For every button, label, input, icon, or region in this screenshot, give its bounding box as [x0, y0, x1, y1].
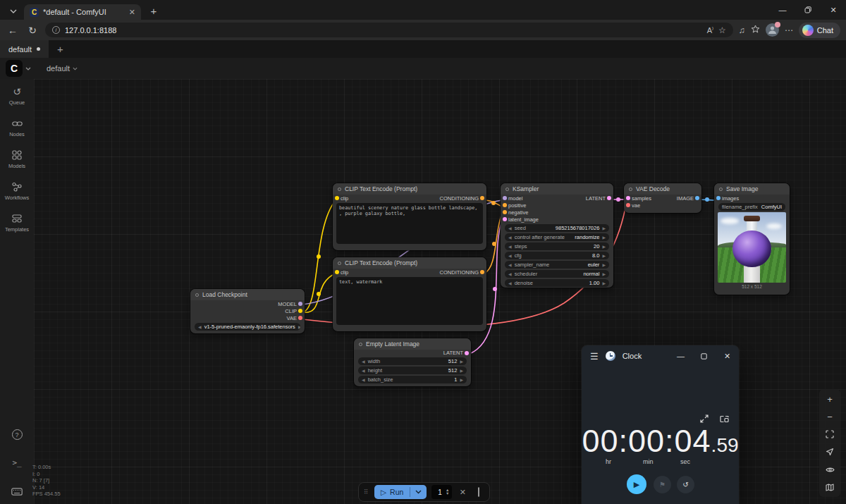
batch-count-input[interactable]: 1 ▲▼ [431, 485, 452, 499]
next-arrow-icon[interactable]: ▶ [602, 262, 606, 267]
stepper-arrows[interactable]: ▲▼ [446, 488, 449, 496]
tab-close-icon[interactable]: ✕ [129, 8, 135, 17]
slot-row-negative[interactable]: negative [501, 209, 613, 216]
read-aloud-icon[interactable]: A) [707, 26, 713, 35]
prev-arrow-icon[interactable]: ◀ [508, 244, 512, 249]
minimap-button[interactable] [826, 482, 834, 492]
collapse-dot[interactable] [195, 293, 199, 297]
address-bar[interactable]: i 127.0.0.1:8188 A) ☆ [45, 23, 733, 37]
stopwatch-start-button[interactable]: ▶ [627, 474, 646, 494]
sidebar-item-nodes[interactable]: Nodes [9, 118, 25, 137]
slot-row-latent-image[interactable]: latent_image [501, 216, 613, 223]
sidebar-item-templates[interactable]: Templates [5, 213, 29, 233]
workflow-tab-default[interactable]: default [0, 40, 49, 58]
sampler-name-widget[interactable]: ◀ sampler_name euler ▶ [505, 261, 609, 269]
slot-row[interactable]: clip CONDITIONING [333, 195, 486, 202]
denoise-widget[interactable]: ◀ denoise 1.00 ▶ [505, 279, 609, 287]
node-clip-text-encode-positive[interactable]: CLIP Text Encode (Prompt) clip CONDITION… [333, 183, 486, 250]
slot-row-samples[interactable]: samples IMAGE [624, 195, 701, 202]
clock-window[interactable]: ☰ Clock — ✕ 00:00:04.59 [582, 345, 739, 504]
back-button[interactable]: ← [6, 25, 20, 36]
zoom-in-button[interactable]: + [827, 394, 833, 404]
latent-output-dot[interactable] [465, 351, 469, 355]
next-arrow-icon[interactable]: ▶ [460, 377, 463, 382]
sidebar-item-models[interactable]: Models [8, 149, 25, 169]
sidebar-item-workflows[interactable]: Workflows [5, 181, 29, 201]
sidebar-item-queue[interactable]: ↺ Queue [9, 86, 25, 106]
browser-tab[interactable]: C *default - ComfyUI ✕ [24, 4, 141, 20]
collapse-dot[interactable] [359, 343, 362, 346]
negative-input-dot[interactable] [503, 210, 507, 214]
vae-output-dot[interactable] [298, 316, 302, 320]
node-save-image[interactable]: Save Image images filename_prefix ComfyU… [714, 183, 790, 295]
cfg-widget[interactable]: ◀ cfg 8.0 ▶ [505, 252, 609, 259]
workflow-name-dropdown[interactable]: default [38, 64, 78, 73]
next-arrow-icon[interactable]: ▶ [298, 324, 300, 329]
node-ksampler[interactable]: KSampler model LATENT positive negative … [501, 183, 613, 288]
media-hub-icon[interactable]: ♫ [739, 25, 745, 35]
vae-input-dot[interactable] [626, 203, 630, 207]
collapse-dot[interactable] [719, 188, 723, 191]
conditioning-output-dot[interactable] [480, 196, 484, 200]
prev-arrow-icon[interactable]: ◀ [362, 359, 365, 364]
generated-image-preview[interactable] [718, 212, 786, 283]
prev-arrow-icon[interactable]: ◀ [508, 262, 512, 267]
stopwatch-lap-flag-button[interactable]: ⚑ [654, 476, 671, 493]
image-output-dot[interactable] [695, 196, 699, 200]
images-input-dot[interactable] [716, 196, 721, 200]
prev-arrow-icon[interactable]: ◀ [508, 226, 512, 231]
next-arrow-icon[interactable]: ▶ [602, 281, 606, 285]
stop-button[interactable] [473, 488, 484, 496]
positive-input-dot[interactable] [503, 203, 507, 207]
prev-arrow-icon[interactable]: ◀ [508, 235, 512, 240]
latent-output-dot[interactable] [607, 196, 611, 200]
node-empty-latent-image[interactable]: Empty Latent Image LATENT ◀ width 512 ▶ … [354, 338, 471, 386]
slot-row-vae[interactable]: vae [624, 202, 701, 209]
prev-arrow-icon[interactable]: ◀ [508, 271, 512, 276]
site-info-icon[interactable]: i [52, 26, 60, 34]
output-slot-clip[interactable]: CLIP [190, 307, 305, 314]
help-button[interactable]: ? [12, 429, 23, 440]
prev-arrow-icon[interactable]: ◀ [362, 368, 365, 373]
shortcuts-keyboard-button[interactable] [11, 486, 23, 498]
clock-maximize-button[interactable] [692, 345, 716, 367]
terminal-button[interactable]: >_ [12, 458, 21, 467]
app-menu-button[interactable]: C [6, 60, 31, 77]
next-arrow-icon[interactable]: ▶ [602, 271, 606, 276]
refresh-button[interactable]: ↻ [25, 25, 39, 36]
collapse-dot[interactable] [629, 188, 632, 191]
samples-input-dot[interactable] [626, 196, 630, 200]
next-arrow-icon[interactable]: ▶ [602, 226, 606, 231]
collapse-dot[interactable] [338, 262, 341, 265]
prev-arrow-icon[interactable]: ◀ [508, 281, 512, 285]
slot-row-model[interactable]: model LATENT [501, 195, 613, 202]
collections-icon[interactable] [751, 24, 760, 37]
clock-minimize-button[interactable]: — [669, 345, 692, 367]
new-workflow-button[interactable]: + [57, 43, 63, 55]
latent-image-input-dot[interactable] [503, 217, 507, 221]
output-slot-latent[interactable]: LATENT [354, 350, 471, 356]
clip-output-dot[interactable] [298, 309, 302, 313]
batch-size-widget[interactable]: ◀ batch_size 1 ▶ [358, 376, 467, 383]
clock-close-button[interactable]: ✕ [716, 345, 739, 367]
scheduler-widget[interactable]: ◀ scheduler normal ▶ [505, 270, 609, 278]
slot-row-positive[interactable]: positive [501, 202, 613, 209]
run-button[interactable]: ▷ Run [374, 488, 410, 496]
window-close-button[interactable]: ✕ [821, 0, 846, 20]
prev-arrow-icon[interactable]: ◀ [198, 324, 202, 329]
prompt-textarea[interactable]: beautiful scenery nature glass bottle la… [336, 203, 483, 244]
seed-widget[interactable]: ◀ seed 985215678017026 ▶ [505, 224, 609, 232]
next-arrow-icon[interactable]: ▶ [602, 235, 606, 240]
output-slot-model[interactable]: MODEL [190, 300, 305, 307]
next-arrow-icon[interactable]: ▶ [460, 359, 463, 364]
select-cursor-button[interactable] [826, 447, 834, 457]
node-vae-decode[interactable]: VAE Decode samples IMAGE vae [624, 183, 701, 213]
conditioning-output-dot[interactable] [480, 270, 484, 274]
model-input-dot[interactable] [503, 196, 507, 200]
clip-input-dot[interactable] [335, 196, 339, 200]
stopwatch-reset-button[interactable]: ↺ [677, 476, 694, 493]
collapse-dot[interactable] [505, 188, 509, 191]
width-widget[interactable]: ◀ width 512 ▶ [358, 357, 467, 365]
window-restore-button[interactable] [795, 0, 821, 20]
new-tab-button[interactable]: + [145, 3, 162, 18]
